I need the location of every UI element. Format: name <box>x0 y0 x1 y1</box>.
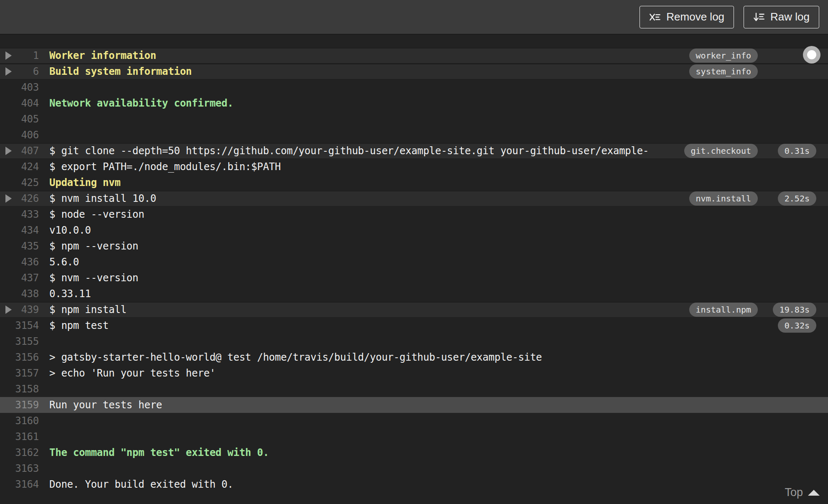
line-text: > echo 'Run your tests here' <box>49 367 216 379</box>
line-number[interactable]: 3156 <box>0 351 39 363</box>
log-row: 436 5.6.0 <box>0 254 828 270</box>
duration-badge: 0.31s <box>778 144 816 158</box>
line-number[interactable]: 438 <box>0 288 39 300</box>
line-text: $ git clone --depth=50 https://github.co… <box>49 145 649 157</box>
fold-toggle-icon[interactable] <box>5 194 12 203</box>
line-number[interactable]: 433 <box>0 209 39 220</box>
log-row: 1 Worker information worker_info <box>0 48 828 64</box>
log-row: 3163 <box>0 461 828 476</box>
log-toolbar: Remove log Raw log <box>0 0 828 35</box>
top-link-label: Top <box>785 486 803 499</box>
line-number[interactable]: 405 <box>0 113 39 125</box>
line-number[interactable]: 3155 <box>0 336 39 347</box>
log-row: 403 <box>0 79 828 95</box>
log-row: 439 $ npm install install.npm 19.83s <box>0 302 828 318</box>
line-text: Worker information <box>49 50 156 61</box>
line-text: $ npm test <box>49 320 109 331</box>
duration-badge: 2.52s <box>778 191 816 206</box>
log-row: 3155 <box>0 333 828 349</box>
log-row: 406 <box>0 127 828 143</box>
log-row: 407 $ git clone --depth=50 https://githu… <box>0 143 828 159</box>
line-text: Done. Your build exited with 0. <box>49 479 233 490</box>
line-number[interactable]: 3162 <box>0 447 39 458</box>
log-row: 437 $ nvm --version <box>0 270 828 286</box>
line-number[interactable]: 403 <box>0 81 39 93</box>
log-row: 6 Build system information system_info <box>0 64 828 79</box>
line-number[interactable]: 3161 <box>0 431 39 443</box>
log-row: 425 Updating nvm <box>0 175 828 191</box>
line-text: $ nvm --version <box>49 272 138 284</box>
log-row: 433 $ node --version <box>0 206 828 222</box>
line-text: Network availability confirmed. <box>49 97 233 109</box>
line-text: Updating nvm <box>49 177 120 188</box>
line-text: The command "npm test" exited with 0. <box>49 447 269 458</box>
line-text: $ nvm install 10.0 <box>49 193 156 204</box>
line-text: $ node --version <box>49 209 144 220</box>
raw-log-label: Raw log <box>770 10 810 23</box>
log-rows: 1 Worker information worker_info 6 Build… <box>0 35 828 492</box>
log-row: 3156 > gatsby-starter-hello-world@ test … <box>0 349 828 365</box>
line-text: $ npm --version <box>49 240 138 252</box>
line-text: v10.0.0 <box>49 224 91 236</box>
log-row: 3157 > echo 'Run your tests here' <box>0 365 828 381</box>
line-number[interactable]: 406 <box>0 129 39 141</box>
line-text: 0.33.11 <box>49 288 91 300</box>
line-number[interactable]: 404 <box>0 97 39 109</box>
line-number[interactable]: 435 <box>0 240 39 252</box>
line-number[interactable]: 3163 <box>0 463 39 474</box>
scroll-indicator-button[interactable] <box>803 46 820 64</box>
scroll-to-top-link[interactable]: Top <box>785 486 820 499</box>
line-number[interactable]: 434 <box>0 224 39 236</box>
line-number[interactable]: 424 <box>0 161 39 173</box>
duration-badge: 19.83s <box>773 303 816 317</box>
line-number[interactable]: 436 <box>0 256 39 268</box>
log-row: 3154 $ npm test 0.32s <box>0 318 828 333</box>
line-text: Build system information <box>49 66 192 77</box>
log-row: 434 v10.0.0 <box>0 222 828 238</box>
line-number[interactable]: 3154 <box>0 320 39 331</box>
duration-badge: 0.32s <box>778 318 816 333</box>
fold-toggle-icon[interactable] <box>5 51 12 60</box>
line-text: 5.6.0 <box>49 256 79 268</box>
fold-toggle-icon[interactable] <box>5 305 12 314</box>
line-number[interactable]: 3164 <box>0 479 39 490</box>
log-row: 404 Network availability confirmed. <box>0 95 828 111</box>
log-row: 3164 Done. Your build exited with 0. <box>0 476 828 492</box>
fold-tag-badge: git.checkout <box>684 144 758 158</box>
log-row: 3161 <box>0 429 828 445</box>
log-row: 3158 <box>0 381 828 397</box>
remove-log-button[interactable]: Remove log <box>639 6 734 28</box>
line-text: $ export PATH=./node_modules/.bin:$PATH <box>49 161 281 173</box>
line-number[interactable]: 3158 <box>0 383 39 395</box>
line-number[interactable]: 3157 <box>0 367 39 379</box>
fold-toggle-icon[interactable] <box>5 147 12 155</box>
log-row: 438 0.33.11 <box>0 286 828 302</box>
build-log-page: Remove log Raw log 1 Worker information … <box>0 0 828 504</box>
log-row: 405 <box>0 111 828 127</box>
fold-tag-badge: install.npm <box>689 303 758 317</box>
build-log: 1 Worker information worker_info 6 Build… <box>0 35 828 504</box>
caret-up-icon <box>808 490 820 496</box>
log-row: 3160 <box>0 413 828 429</box>
download-raw-log-icon <box>753 11 765 23</box>
fold-tag-badge: worker_info <box>689 48 758 63</box>
fold-tag-badge: nvm.install <box>689 191 758 206</box>
log-row: 3162 The command "npm test" exited with … <box>0 445 828 461</box>
line-number[interactable]: 425 <box>0 177 39 188</box>
line-number[interactable]: 437 <box>0 272 39 284</box>
log-row: 424 $ export PATH=./node_modules/.bin:$P… <box>0 159 828 175</box>
log-row: 426 $ nvm install 10.0 nvm.install 2.52s <box>0 191 828 206</box>
line-number[interactable]: 3159 <box>0 399 39 411</box>
log-row: 3159 Run your tests here <box>0 397 828 413</box>
fold-toggle-icon[interactable] <box>5 67 12 76</box>
remove-log-label: Remove log <box>666 10 724 23</box>
log-row: 435 $ npm --version <box>0 238 828 254</box>
line-text: > gatsby-starter-hello-world@ test /home… <box>49 351 542 363</box>
line-text: Run your tests here <box>49 399 162 411</box>
remove-log-icon <box>649 11 661 23</box>
line-text: $ npm install <box>49 304 127 316</box>
line-number[interactable]: 3160 <box>0 415 39 427</box>
raw-log-button[interactable]: Raw log <box>744 6 819 28</box>
fold-tag-badge: system_info <box>689 64 758 79</box>
